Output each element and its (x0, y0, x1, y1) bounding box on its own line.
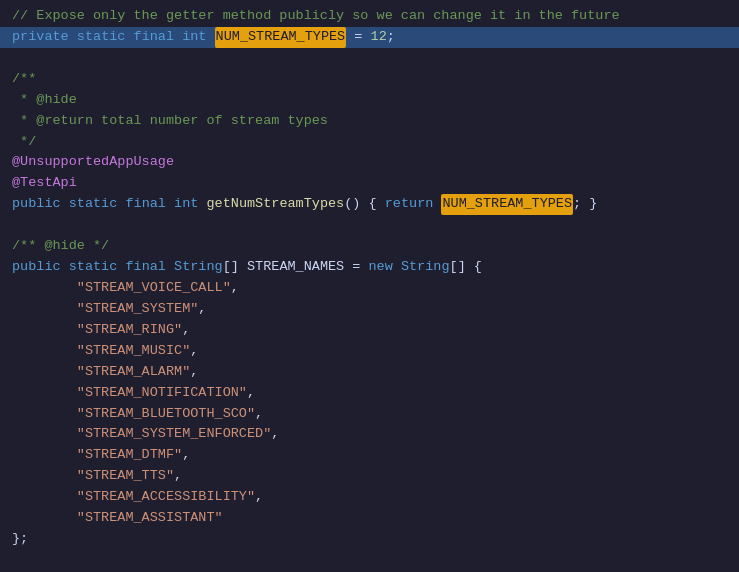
code-line-6: * @return total number of stream types (0, 111, 739, 132)
code-line-27 (0, 550, 739, 571)
code-editor: // Expose only the getter method publicl… (0, 0, 739, 572)
code-line-16: "STREAM_RING", (0, 320, 739, 341)
code-line-21: "STREAM_SYSTEM_ENFORCED", (0, 424, 739, 445)
code-line-13: public static final String[] STREAM_NAME… (0, 257, 739, 278)
code-line-24: "STREAM_ACCESSIBILITY", (0, 487, 739, 508)
kw-private: private (12, 27, 69, 48)
code-line-18: "STREAM_ALARM", (0, 362, 739, 383)
code-line-3 (0, 48, 739, 69)
code-line-9: @TestApi (0, 173, 739, 194)
code-line-20: "STREAM_BLUETOOTH_SCO", (0, 404, 739, 425)
code-line-7: */ (0, 132, 739, 153)
code-line-17: "STREAM_MUSIC", (0, 341, 739, 362)
code-line-15: "STREAM_SYSTEM", (0, 299, 739, 320)
code-line-2: private static final int NUM_STREAM_TYPE… (0, 27, 739, 48)
code-line-12: /** @hide */ (0, 236, 739, 257)
kw-final: final (134, 27, 175, 48)
code-line-10: public static final int getNumStreamType… (0, 194, 739, 215)
kw-static: static (77, 27, 126, 48)
highlight-NUM_STREAM_TYPES: NUM_STREAM_TYPES (215, 27, 347, 48)
code-line-22: "STREAM_DTMF", (0, 445, 739, 466)
code-line-8: @UnsupportedAppUsage (0, 152, 739, 173)
code-line-25: "STREAM_ASSISTANT" (0, 508, 739, 529)
line-1-text: // Expose only the getter method publicl… (12, 6, 620, 27)
number-12: 12 (371, 27, 387, 48)
code-line-23: "STREAM_TTS", (0, 466, 739, 487)
code-line-26: }; (0, 529, 739, 550)
type-int: int (182, 27, 206, 48)
code-line-14: "STREAM_VOICE_CALL", (0, 278, 739, 299)
code-line-11 (0, 215, 739, 236)
code-line-4: /** (0, 69, 739, 90)
highlight-NUM_STREAM_TYPES-2: NUM_STREAM_TYPES (441, 194, 573, 215)
code-line-19: "STREAM_NOTIFICATION", (0, 383, 739, 404)
code-line-1: // Expose only the getter method publicl… (0, 6, 739, 27)
code-line-5: * @hide (0, 90, 739, 111)
